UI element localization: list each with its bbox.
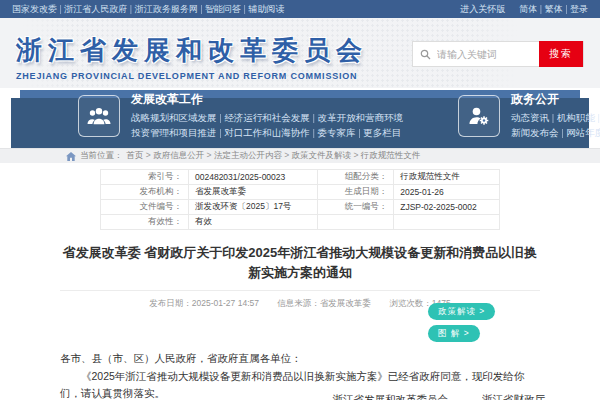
article-actions: 政策解读 > 图 解 > [428, 303, 495, 342]
breadcrumb-items: 首页政府信息公开法定主动公开内容政策文件及解读行政规范性文件 [127, 150, 421, 162]
doc-info-value: 浙发改环资〔2025〕17号 [189, 200, 318, 215]
search-input[interactable] [437, 49, 539, 60]
nav-link[interactable]: 改革开放和营商环境 [318, 112, 404, 123]
accessibility-mode-link[interactable]: 进入关怀版 [460, 3, 505, 16]
divider [60, 290, 540, 291]
doc-info-label: 生成日期： [318, 185, 394, 200]
body-paragraph: 各市、县（市、区）人民政府，省政府直属各单位： [60, 350, 540, 367]
info-source: 信息来源：省发展改革委 [277, 298, 371, 308]
topbar-right: 进入关怀版 简体繁体登录 [460, 3, 588, 16]
home-icon [66, 152, 76, 161]
doc-info-label: 发布机构： [101, 185, 189, 200]
nav-link[interactable]: 机构职能 [557, 112, 600, 123]
breadcrumb-item[interactable]: 政府信息公开 [153, 150, 214, 160]
search-icon [413, 49, 437, 60]
doc-info-value: ZJSP-02-2025-0002 [394, 200, 500, 215]
topbar-link[interactable]: 简体 [519, 4, 544, 14]
doc-info-value: 省发展改革委 [189, 185, 318, 200]
nav-links-row: 新闻发布会网站年度工作报表办件统计数据统计 [511, 126, 600, 141]
doc-info-label: 文件编号： [101, 200, 189, 215]
main-nav: 发展改革工作 战略规划和区域发展经济运行和社会发展改革开放和营商环境 投资管理和… [20, 90, 580, 142]
nav-links-row: 动态资讯机构职能政策文件财务信息人事信息互动交流 [511, 111, 600, 126]
nav-link[interactable]: 投资管理和项目推进 [131, 127, 224, 138]
topbar-lang-links: 简体繁体登录 [519, 3, 588, 16]
topbar-left-links: 国家发改委浙江省人民政府浙江政务服务网智能问答辅助阅读 [12, 3, 284, 16]
nav-link[interactable]: 对口工作和山海协作 [224, 127, 317, 138]
nav-links-row: 战略规划和区域发展经济运行和社会发展改革开放和营商环境 [131, 111, 403, 126]
site-search: 搜索 [412, 41, 584, 67]
nav-group-development-reform-work: 发展改革工作 战略规划和区域发展经济运行和社会发展改革开放和营商环境 投资管理和… [78, 91, 403, 140]
breadcrumb-prefix: 当前位置： [80, 150, 123, 162]
signature-development-reform-commission: 浙江省发展和改革委员会 [333, 393, 449, 400]
doc-info-label [318, 215, 394, 230]
site-title: 浙江省发展和改革委员会 [16, 33, 368, 68]
nav-link[interactable]: 网站年度工作报表 [566, 127, 600, 138]
breadcrumb-item[interactable]: 首页 [127, 150, 154, 160]
nav-link[interactable]: 战略规划和区域发展 [131, 112, 224, 123]
breadcrumb-item[interactable]: 行政规范性文件 [361, 150, 421, 160]
doc-info-value [394, 215, 500, 230]
breadcrumb: 当前位置： 首页政府信息公开法定主动公开内容政策文件及解读行政规范性文件 [0, 148, 600, 163]
search-button[interactable]: 搜索 [539, 41, 583, 67]
topbar-link[interactable]: 辅助阅读 [248, 4, 284, 14]
page: 国家发改委浙江省人民政府浙江政务服务网智能问答辅助阅读 进入关怀版 简体繁体登录… [0, 0, 600, 400]
nav-text-development-reform: 发展改革工作 战略规划和区域发展经济运行和社会发展改革开放和营商环境 投资管理和… [131, 91, 403, 140]
doc-info-label: 组配分类： [318, 170, 394, 185]
publish-date: 发布日期：2025-01-27 14:57 [149, 298, 259, 308]
nav-link[interactable]: 更多栏目 [363, 127, 401, 138]
doc-info-value: 有效 [189, 215, 318, 230]
topbar-link[interactable]: 浙江省人民政府 [64, 4, 134, 14]
site-logo: 浙江省发展和改革委员会 ZHEJIANG PROVINCIAL DEVELOPM… [16, 33, 368, 81]
people-group-icon [78, 95, 120, 137]
nav-link[interactable]: 委专家库 [318, 127, 364, 138]
site-header: 浙江省发展和改革委员会 ZHEJIANG PROVINCIAL DEVELOPM… [0, 18, 600, 88]
topbar-link[interactable]: 浙江政务服务网 [135, 4, 205, 14]
page-title: 省发展改革委 省财政厅关于印发2025年浙江省推动大规模设备更新和消费品以旧换新… [60, 243, 540, 283]
nav-link[interactable]: 经济运行和社会发展 [224, 112, 317, 123]
topbar-link[interactable]: 繁体 [545, 4, 570, 14]
signature-finance-department: 浙江省财政厅 [482, 393, 545, 400]
site-subtitle: ZHEJIANG PROVINCIAL DEVELOPMENT AND REFO… [16, 71, 368, 81]
table-row: 索引号： 002482031/2025-00023 组配分类： 行政规范性文件 [101, 170, 500, 185]
topbar-link[interactable]: 登录 [570, 4, 588, 14]
doc-info-value: 2025-01-26 [394, 185, 500, 200]
signature-block: 浙江省发展和改革委员会 浙江省财政厅 [0, 393, 545, 400]
nav-text-government-disclosure: 政务公开 动态资讯机构职能政策文件财务信息人事信息互动交流 新闻发布会网站年度工… [511, 91, 600, 140]
doc-info-value: 002482031/2025-00023 [189, 170, 318, 185]
top-utility-bar: 国家发改委浙江省人民政府浙江政务服务网智能问答辅助阅读 进入关怀版 简体繁体登录 [0, 0, 600, 18]
doc-info-label: 索引号： [101, 170, 189, 185]
breadcrumb-item[interactable]: 政策文件及解读 [292, 150, 361, 160]
nav-links-row: 投资管理和项目推进对口工作和山海协作委专家库更多栏目 [131, 126, 403, 141]
doc-info-value: 行政规范性文件 [394, 170, 500, 185]
nav-title-government-disclosure[interactable]: 政务公开 [511, 91, 600, 108]
policy-interpretation-button[interactable]: 政策解读 > [428, 303, 495, 320]
person-gear-icon [458, 95, 500, 137]
nav-link[interactable]: 动态资讯 [511, 112, 557, 123]
nav-title-development-reform-work[interactable]: 发展改革工作 [131, 91, 403, 108]
nav-group-government-disclosure: 政务公开 动态资讯机构职能政策文件财务信息人事信息互动交流 新闻发布会网站年度工… [458, 91, 600, 140]
nav-link[interactable]: 新闻发布会 [511, 127, 566, 138]
doc-info-label: 有效性： [101, 215, 189, 230]
article-meta: 发布日期：2025-01-27 14:57 信息来源：省发展改革委 浏览次数：1… [0, 298, 600, 310]
breadcrumb-item[interactable]: 法定主动公开内容 [214, 150, 292, 160]
topbar-link[interactable]: 国家发改委 [12, 4, 64, 14]
topbar-link[interactable]: 智能问答 [205, 4, 248, 14]
table-row: 发布机构： 省发展改革委 生成日期： 2025-01-26 [101, 185, 500, 200]
table-row: 文件编号： 浙发改环资〔2025〕17号 统一编号： ZJSP-02-2025-… [101, 200, 500, 215]
document-info-table: 索引号： 002482031/2025-00023 组配分类： 行政规范性文件 … [100, 169, 500, 230]
table-row: 有效性： 有效 [101, 215, 500, 230]
graphic-interpretation-button[interactable]: 图 解 > [428, 325, 480, 342]
doc-info-label: 统一编号： [318, 200, 394, 215]
